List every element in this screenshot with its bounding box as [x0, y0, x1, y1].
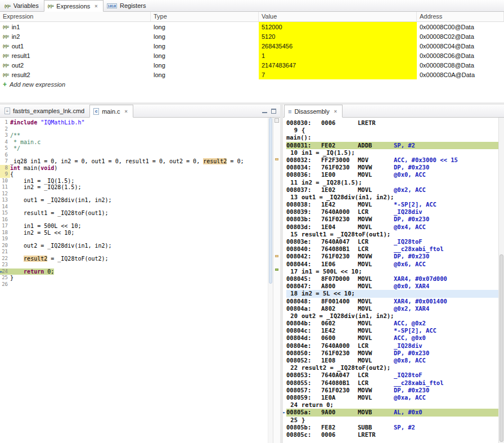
line-number[interactable]: 13 [0, 197, 10, 204]
add-new-expression-row[interactable]: +Add new expression [0, 79, 504, 89]
view-tab-expressions[interactable]: (x)=Expressions× [44, 0, 104, 12]
disassembly-instruction-row[interactable]: 008042:761F0230MOVWDP, #0x230 [286, 253, 498, 260]
disassembly-instruction-row[interactable]: 008036:1E00MOVL@0x0, ACC [286, 171, 498, 178]
expression-row[interactable]: (x)=out1long2684354560x00008C04@Data [0, 41, 504, 51]
disassembly-source-row[interactable]: 10in1 = _IQ(1.5); [286, 149, 498, 156]
disassembly-instruction-row[interactable]: 00804b:0602MOVLACC, @0x2 [286, 320, 498, 327]
line-number[interactable]: 17 [0, 223, 10, 230]
line-number[interactable]: 20 [0, 243, 10, 249]
disassembly-instruction-row[interactable]: 00803b:761F0230MOVWDP, #0x230 [286, 216, 498, 223]
code-line[interactable]: 17 in1 = 500L << 10; [0, 223, 268, 230]
disassembly-instruction-row[interactable]: 008030:0006LRETR [286, 119, 498, 127]
disassembly-source-row[interactable]: 18in2 = 5L << 10; [286, 290, 498, 297]
disassembly-instruction-row[interactable]: 008038:1E42MOVL*-SP[2], ACC [286, 201, 498, 208]
disassembly-source-row[interactable]: 17in1 = 500L << 10; [286, 268, 498, 275]
expressions-table-header[interactable]: ExpressionTypeValueAddress [0, 12, 504, 22]
close-icon[interactable]: × [125, 109, 128, 114]
column-header-type[interactable]: Type [151, 12, 259, 21]
disassembly-instruction-row[interactable]: 008055:764080B1LCR__c28xabi_ftol [286, 379, 498, 387]
editor-scrollbar[interactable] [268, 118, 273, 443]
disassembly-instruction-row[interactable]: 00804c:1E42MOVL*-SP[2], ACC [286, 327, 498, 334]
disassembly-label-row[interactable]: main(): [286, 134, 498, 141]
disassembly-instruction-row[interactable]: ►00805a:9A00MOVBAL, #0x0 [286, 409, 498, 416]
expression-row[interactable]: (x)=result2long70x00008C0A@Data [0, 70, 504, 79]
line-number[interactable]: 14 [0, 204, 10, 211]
close-icon[interactable]: × [334, 109, 337, 114]
disassembly-instruction-row[interactable]: 00805c:0006LRETR [286, 431, 498, 438]
code-line[interactable]: 20 out2 = _IQ28div(in1, in2); [0, 243, 268, 249]
code-line[interactable]: 9{ [0, 171, 268, 178]
code-line[interactable]: 11 in2 = _IQ28(1.5); [0, 184, 268, 191]
line-number[interactable]: 6 [0, 152, 10, 159]
disassembly-instruction-row[interactable]: 008045:8F07D000MOVLXAR4, #0x07d000 [286, 275, 498, 283]
code-line[interactable]: 6 [0, 152, 268, 159]
line-number[interactable]: 9 [0, 171, 10, 178]
disassembly-content[interactable]: 008030:0006LRETR9{main():008031:FE02ADDB… [283, 118, 498, 443]
line-number[interactable]: 2 [0, 126, 10, 133]
line-number[interactable]: 15 [0, 210, 10, 217]
disassembly-instruction-row[interactable]: 00803e:7640A047LCR_IQ28toF [286, 238, 498, 245]
disassembly-instruction-row[interactable]: 00805b:FE82SUBBSP, #2 [286, 424, 498, 431]
disassembly-instruction-row[interactable]: 00804e:7640A000LCR_IQ28div [286, 342, 498, 350]
line-number[interactable]: 16 [0, 217, 10, 223]
line-number[interactable]: 12 [0, 191, 10, 198]
disassembly-source-row[interactable]: 11in2 = _IQ28(1.5); [286, 179, 498, 186]
code-line[interactable]: 25} [0, 275, 268, 281]
disassembly-instruction-row[interactable]: 00803d:1E04MOVL@0x4, ACC [286, 223, 498, 231]
occurrence-mark[interactable] [275, 158, 278, 160]
code-line[interactable]: 14 [0, 204, 268, 211]
line-number[interactable]: 5 [0, 145, 10, 152]
code-line[interactable]: 3/** [0, 132, 268, 139]
line-number[interactable]: 7 [0, 158, 10, 165]
scrollbar-thumb[interactable] [500, 254, 503, 442]
disassembly-instruction-row[interactable]: 008031:FE02ADDBSP, #2 [286, 142, 498, 149]
close-icon[interactable]: × [94, 3, 97, 9]
occurrence-mark[interactable] [275, 255, 278, 257]
disassembly-instruction-row[interactable]: 008039:7640A000LCR_IQ28div [286, 208, 498, 216]
code-editor[interactable]: 1#include "IQMathLib.h"23/**4 * main.c5 … [0, 118, 268, 443]
code-line[interactable]: 5 */ [0, 145, 268, 152]
disassembly-instruction-row[interactable]: 00804d:0600MOVLACC, @0x0 [286, 334, 498, 342]
line-number[interactable]: 25 [0, 275, 10, 281]
code-line[interactable]: 12 [0, 191, 268, 198]
code-line[interactable]: 18 in2 = 5L << 10; [0, 230, 268, 236]
editor-tab-fastrts-examples-lnk-cmd[interactable]: ≡fastrts_examples_lnk.cmd [1, 105, 89, 117]
disassembly-instruction-row[interactable]: 008050:761F0230MOVWDP, #0x230 [286, 350, 498, 357]
code-line[interactable]: 23 [0, 262, 268, 269]
disassembly-source-row[interactable]: 9{ [286, 127, 498, 134]
line-number[interactable]: 21 [0, 249, 10, 256]
expression-row[interactable]: (x)=in1long5120000x00008C00@Data [0, 22, 504, 32]
code-line[interactable]: 13 out1 = _IQ28div(in1, in2); [0, 197, 268, 204]
code-line[interactable]: 4 * main.c [0, 139, 268, 146]
code-line[interactable]: 16 [0, 217, 268, 223]
column-header-expression[interactable]: Expression [0, 12, 151, 21]
line-number[interactable]: 23 [0, 262, 10, 269]
disassembly-source-row[interactable]: 25} [286, 417, 498, 424]
scrollbar-thumb[interactable] [269, 118, 272, 284]
view-tab-variables[interactable]: (x)=Variables [1, 0, 44, 11]
disassembly-instruction-row[interactable]: 008057:761F0230MOVWDP, #0x230 [286, 387, 498, 394]
disassembly-instruction-row[interactable]: 008052:1E08MOVL@0x8, ACC [286, 357, 498, 364]
code-line[interactable]: 2 [0, 126, 268, 133]
expression-row[interactable]: (x)=result1long10x00008C06@Data [0, 51, 504, 60]
minimize-icon[interactable] [262, 109, 267, 113]
disassembly-scrollbar[interactable] [498, 118, 504, 443]
code-line[interactable]: 8int main(void) [0, 165, 268, 172]
column-header-value[interactable]: Value [259, 12, 417, 21]
code-line[interactable]: 26 [0, 281, 268, 288]
disassembly-instruction-row[interactable]: 008059:1E0AMOVL@0xa, ACC [286, 394, 498, 401]
code-line[interactable]: 10 in1 = _IQ(1.5); [0, 178, 268, 185]
line-number[interactable]: 22 [0, 256, 10, 262]
line-number[interactable]: 18 [0, 230, 10, 236]
overview-ruler[interactable] [273, 118, 280, 443]
line-number[interactable]: 8 [0, 165, 10, 172]
code-line[interactable]: 1#include "IQMathLib.h" [0, 119, 268, 126]
disassembly-instruction-row[interactable]: 008047:A800MOVL@0x0, XAR4 [286, 283, 498, 290]
disassembly-source-row[interactable]: 13out1 = _IQ28div(in1, in2); [286, 194, 498, 201]
editor-tab-main-c[interactable]: cmain.c× [89, 105, 133, 118]
disassembly-instruction-row[interactable]: 008040:764080B1LCR__c28xabi_ftol [286, 245, 498, 253]
code-line[interactable]: 15 result1 = _IQ28toF(out1); [0, 210, 268, 217]
code-line[interactable]: 7_iq28 in1 = 0, in2 = 0, out1 = 0, resul… [0, 158, 268, 165]
disassembly-instruction-row[interactable]: 008048:8F001400MOVLXAR4, #0x001400 [286, 298, 498, 305]
expression-row[interactable]: (x)=out2long21474836470x00008C08@Data [0, 60, 504, 70]
